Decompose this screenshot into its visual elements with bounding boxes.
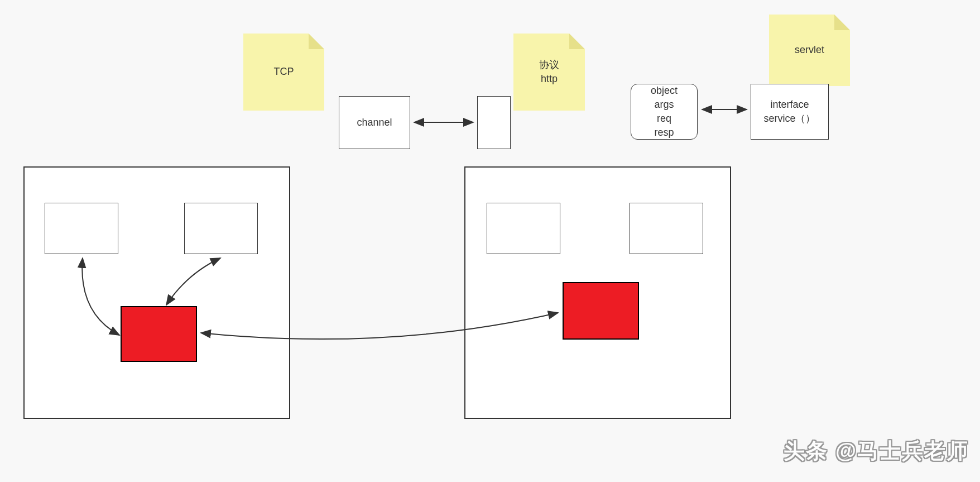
interface-line1: interface <box>770 98 809 112</box>
objectargs-line3: req <box>657 112 671 126</box>
watermark-text: 头条 @马士兵老师 <box>784 437 969 465</box>
note-servlet-label: servlet <box>795 43 824 57</box>
objectargs-line4: resp <box>654 126 674 140</box>
note-tcp: TCP <box>243 34 324 111</box>
right-inner-box-2 <box>630 203 703 254</box>
interface-line2: service（） <box>763 112 815 126</box>
left-inner-box-2 <box>184 203 258 254</box>
right-red-box <box>563 282 639 340</box>
left-inner-box-1 <box>45 203 118 254</box>
note-servlet: servlet <box>769 15 850 86</box>
note-http: 协议 http <box>513 34 585 111</box>
box-empty-small <box>477 96 511 149</box>
channel-label: channel <box>357 116 392 130</box>
objectargs-line1: object <box>651 84 678 98</box>
box-interface: interface service（） <box>751 84 829 140</box>
left-red-box <box>121 306 197 362</box>
right-inner-box-1 <box>487 203 560 254</box>
box-objectargs: object args req resp <box>631 84 698 140</box>
box-channel: channel <box>339 96 410 149</box>
note-http-line1: 协议 <box>539 58 559 72</box>
note-http-line2: http <box>541 72 558 86</box>
objectargs-line2: args <box>654 98 674 112</box>
note-tcp-label: TCP <box>274 65 294 79</box>
